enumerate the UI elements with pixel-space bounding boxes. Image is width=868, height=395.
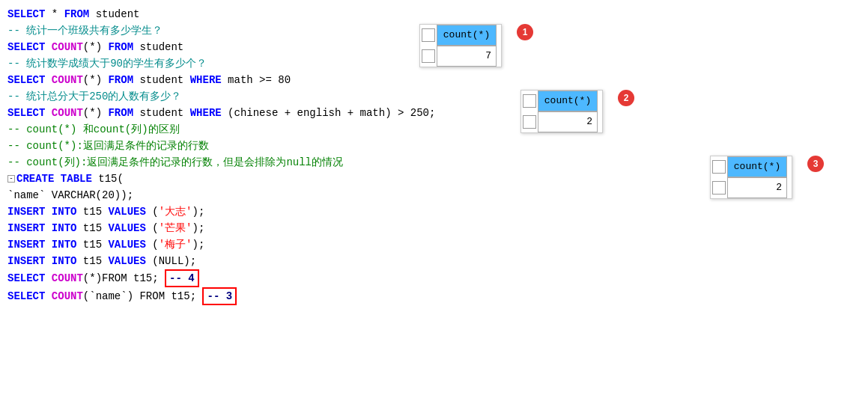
code-line-1: SELECT * FROM student bbox=[7, 6, 861, 22]
result-widget-1-header-row: count(*) bbox=[420, 25, 501, 46]
code-line-5: SELECT COUNT(*) FROM student WHERE math … bbox=[7, 72, 861, 88]
result-widget-3-data-row: 2 bbox=[711, 177, 792, 198]
code-editor: SELECT * FROM student -- 统计一个班级共有多少学生？ S… bbox=[0, 0, 868, 311]
result-widget-1-col-header: count(*) bbox=[437, 25, 497, 46]
result-widget-2-col-header: count(*) bbox=[538, 91, 598, 111]
result-widget-1-checkbox-data[interactable] bbox=[422, 49, 435, 63]
collapse-icon[interactable]: - bbox=[7, 175, 15, 183]
code-line-6: -- 统计总分大于250的人数有多少？ bbox=[7, 88, 861, 105]
count3-highlight: -- 3 bbox=[202, 287, 237, 305]
result-widget-3-checkbox-header[interactable] bbox=[712, 160, 726, 174]
result-widget-2-checkbox-data[interactable] bbox=[523, 115, 536, 129]
code-line-7: SELECT COUNT(*) FROM student WHERE (chin… bbox=[7, 105, 861, 121]
result-widget-2-header-row: count(*) bbox=[521, 91, 602, 111]
result-widget-3-col-header: count(*) bbox=[727, 156, 787, 177]
result-widget-1-checkbox-header[interactable] bbox=[422, 28, 435, 42]
code-line-15: INSERT INTO t15 VALUES ('梅子'); bbox=[7, 236, 861, 253]
result-widget-1: count(*) 7 bbox=[419, 24, 502, 67]
result-widget-2-checkbox-header[interactable] bbox=[523, 94, 536, 108]
result-widget-3-value: 2 bbox=[727, 177, 787, 198]
code-line-9: -- count(*):返回满足条件的记录的行数 bbox=[7, 138, 861, 154]
result-widget-2-data-row: 2 bbox=[521, 111, 602, 132]
result-widget-1-data-row: 7 bbox=[420, 46, 501, 67]
result-widget-2-value: 2 bbox=[538, 111, 598, 132]
kw-select: SELECT bbox=[7, 6, 45, 22]
result-widget-3: count(*) 2 bbox=[710, 156, 792, 199]
badge-3: 3 bbox=[807, 156, 824, 172]
code-line-14: INSERT INTO t15 VALUES ('芒果'); bbox=[7, 220, 861, 236]
result-widget-3-header-row: count(*) bbox=[711, 156, 792, 177]
result-widget-1-value: 7 bbox=[437, 46, 497, 67]
badge-1: 1 bbox=[517, 24, 533, 40]
count4-highlight: -- 4 bbox=[165, 269, 199, 287]
code-line-18: SELECT COUNT(`name`) FROM t15; -- 3 bbox=[7, 287, 861, 305]
result-widget-2: count(*) 2 bbox=[521, 90, 603, 133]
result-widget-3-checkbox-data[interactable] bbox=[712, 181, 726, 195]
code-line-17: SELECT COUNT(*)FROM t15; -- 4 bbox=[7, 269, 861, 287]
code-line-8: -- count(*) 和count(列)的区别 bbox=[7, 121, 861, 138]
code-line-16: INSERT INTO t15 VALUES (NULL); bbox=[7, 253, 861, 269]
code-line-13: INSERT INTO t15 VALUES ('大志'); bbox=[7, 203, 861, 220]
badge-2: 2 bbox=[618, 90, 634, 106]
